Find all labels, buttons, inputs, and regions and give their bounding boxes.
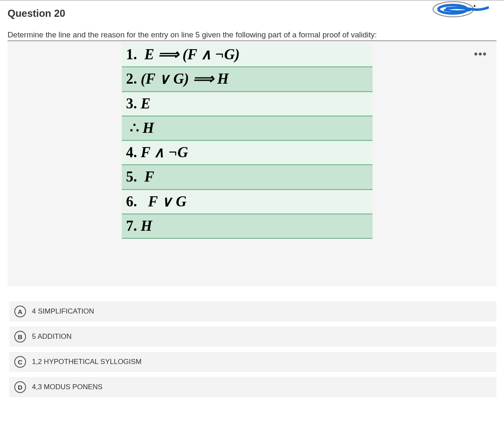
proof-expr: F ∨ G	[148, 193, 187, 210]
svg-point-2	[474, 5, 475, 7]
proof-expr: E	[141, 95, 150, 112]
proof-line-6: 6. F ∨ G	[122, 190, 373, 214]
proof-num: 3.	[126, 95, 137, 112]
proof-expr: H	[141, 218, 152, 234]
question-container: Question 20 Determine the line and the r…	[0, 1, 504, 397]
option-letter: D	[14, 381, 26, 393]
more-icon[interactable]: •••	[474, 48, 487, 60]
proof-line-1: 1. E ⟹ (F ∧ ¬G)	[122, 43, 373, 67]
proof-line-2: 2. (F ∨ G) ⟹ H	[122, 67, 373, 92]
proof-line-7: 7. H	[122, 214, 373, 239]
proof-line-conclusion: ∴ H	[122, 116, 373, 141]
proof-expr: F ∧ ¬G	[141, 144, 188, 161]
proof-num: ∴	[130, 120, 139, 136]
proof-expr: E ⟹ (F ∧ ¬G)	[144, 46, 240, 63]
option-label: 4 SIMPLIFICATION	[32, 307, 94, 316]
option-letter: B	[14, 331, 26, 343]
option-label: 5 ADDITION	[32, 332, 71, 341]
proof-num: 4.	[126, 144, 137, 161]
proof-num: 5.	[126, 169, 137, 185]
option-letter: A	[14, 306, 26, 317]
question-title: Question 20	[8, 8, 496, 19]
option-b[interactable]: B 5 ADDITION	[9, 327, 496, 347]
option-d[interactable]: D 4,3 MODUS PONENS	[9, 377, 496, 397]
proof-num: 7.	[126, 218, 137, 234]
option-label: 4,3 MODUS PONENS	[32, 383, 102, 391]
question-prompt: Determine the line and the reason for th…	[8, 30, 496, 40]
proof-line-3: 3. E	[122, 92, 373, 116]
option-a[interactable]: A 4 SIMPLIFICATION	[9, 301, 496, 322]
proof-num: 2.	[126, 71, 137, 87]
option-letter: C	[14, 356, 26, 368]
proof-lines: 1. E ⟹ (F ∧ ¬G) 2. (F ∨ G) ⟹ H 3. E ∴ H …	[122, 41, 373, 239]
proof-expr: F	[144, 169, 154, 185]
proof-line-4: 4. F ∧ ¬G	[122, 141, 373, 165]
proof-expr: H	[143, 120, 154, 136]
answer-options: A 4 SIMPLIFICATION B 5 ADDITION C 1,2 HY…	[8, 301, 496, 397]
proof-expr: (F ∨ G) ⟹ H	[141, 71, 229, 87]
proof-line-5: 5. F	[122, 165, 373, 190]
option-c[interactable]: C 1,2 HYPOTHETICAL SYLLOGISM	[9, 352, 496, 372]
option-label: 1,2 HYPOTHETICAL SYLLOGISM	[32, 358, 142, 366]
annotation-scribble	[430, 0, 489, 19]
proof-panel: ••• 1. E ⟹ (F ∧ ¬G) 2. (F ∨ G) ⟹ H 3. E …	[8, 40, 496, 286]
proof-num: 6.	[126, 193, 137, 210]
proof-num: 1.	[126, 46, 137, 63]
